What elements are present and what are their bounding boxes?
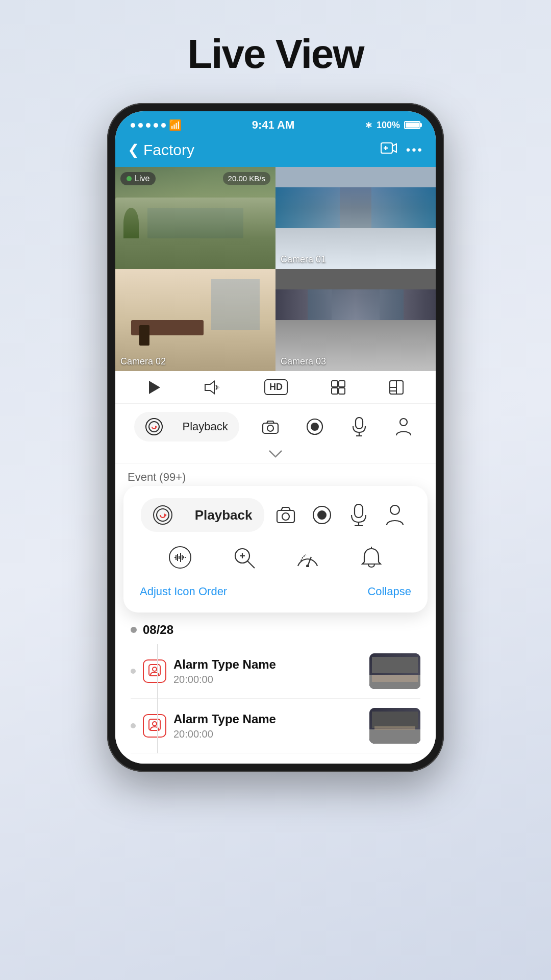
add-video-icon[interactable]: [381, 141, 397, 159]
svg-point-24: [400, 419, 407, 426]
svg-point-28: [282, 513, 289, 520]
controls-bar: HD: [115, 371, 436, 404]
app-header: ❮ Factory •••: [115, 137, 436, 167]
svg-point-25: [157, 509, 169, 521]
status-right: ∗ 100%: [365, 119, 420, 131]
speed-icon[interactable]: [292, 542, 323, 573]
page-title: Live View: [187, 31, 363, 78]
phone-shell: 📶 9:41 AM ∗ 100% ❮ Factory: [107, 103, 444, 772]
expanded-toolbar: Playback: [123, 486, 428, 612]
alarm-bell-icon[interactable]: [356, 542, 387, 573]
record-icon-exp[interactable]: [307, 500, 337, 530]
toolbar-row1: Playback: [138, 498, 413, 532]
event-items: Alarm Type Name 20:00:00: [131, 644, 420, 753]
action-row-phone: Playback: [115, 404, 436, 446]
event-name-1: Alarm Type Name: [173, 657, 276, 672]
audio-wave-icon[interactable]: [165, 542, 195, 573]
event-thumb-1[interactable]: [369, 653, 420, 689]
header-left[interactable]: ❮ Factory: [128, 141, 194, 159]
zoom-in-icon[interactable]: [229, 542, 259, 573]
microphone-icon-phone[interactable]: [346, 413, 372, 440]
playback-icon-expanded: [153, 505, 172, 525]
svg-point-30: [317, 510, 327, 520]
status-time: 9:41 AM: [252, 118, 295, 132]
camera-cell-0[interactable]: Live 20.00 KB/s: [115, 167, 276, 269]
svg-marker-4: [205, 381, 214, 394]
event-name-2: Alarm Type Name: [173, 712, 276, 726]
svg-rect-9: [332, 388, 338, 394]
event-list-section: 08/28: [115, 612, 436, 764]
microphone-icon-exp[interactable]: [343, 500, 374, 530]
svg-line-47: [247, 561, 255, 568]
svg-rect-8: [339, 381, 345, 387]
live-badge: Live: [120, 172, 156, 185]
svg-rect-10: [339, 388, 345, 394]
camera-label-1: Camera 01: [281, 254, 326, 265]
svg-rect-31: [355, 504, 363, 518]
record-icon-phone[interactable]: [302, 413, 328, 440]
alarm-icon-1: [143, 659, 166, 683]
event-thumb-2[interactable]: [369, 708, 420, 744]
svg-rect-7: [332, 381, 338, 387]
signal-indicators: 📶: [131, 119, 182, 131]
svg-rect-27: [277, 510, 294, 523]
collapse-link[interactable]: Collapse: [367, 585, 411, 598]
camera-label-2: Camera 02: [120, 356, 166, 367]
alarm-icon-2: [143, 714, 166, 738]
battery-icon: [404, 121, 420, 129]
event-item-2[interactable]: Alarm Type Name 20:00:00: [131, 699, 420, 753]
svg-point-18: [267, 425, 273, 431]
svg-point-48: [306, 565, 309, 567]
speaker-icon-exp[interactable]: [380, 500, 410, 530]
event-time-2: 20:00:00: [173, 728, 276, 740]
playback-icon-phone: [145, 418, 163, 435]
event-time-1: 20:00:00: [173, 674, 276, 685]
grid-icon[interactable]: [331, 380, 346, 395]
speed-badge: 20.00 KB/s: [223, 172, 270, 185]
camera-cell-2[interactable]: Camera 02: [115, 269, 276, 371]
header-title: Factory: [143, 141, 194, 159]
bluetooth-icon: ∗: [365, 119, 372, 131]
event-item[interactable]: Alarm Type Name 20:00:00: [131, 644, 420, 699]
camera-snapshot-icon-exp[interactable]: [270, 500, 301, 530]
layout-icon[interactable]: [389, 380, 404, 395]
back-icon[interactable]: ❮: [128, 141, 139, 158]
date-header: 08/28: [131, 612, 420, 644]
playback-button-phone[interactable]: Playback: [134, 412, 239, 442]
adjust-icon-order-link[interactable]: Adjust Icon Order: [140, 585, 227, 598]
camera-label-3: Camera 03: [281, 356, 326, 367]
camera-grid: Live 20.00 KB/s Camera 01: [115, 167, 436, 371]
volume-icon[interactable]: [204, 380, 221, 395]
svg-point-52: [153, 722, 157, 726]
camera-cell-3[interactable]: Camera 03: [276, 269, 436, 371]
svg-point-50: [153, 667, 157, 671]
chevron-down[interactable]: [115, 446, 436, 463]
camera-snapshot-icon-phone[interactable]: [257, 413, 284, 440]
toolbar-row2: [138, 542, 413, 573]
play-icon[interactable]: [147, 380, 161, 395]
svg-point-15: [149, 422, 159, 432]
svg-point-20: [311, 423, 319, 431]
camera-cell-1[interactable]: Camera 01: [276, 167, 436, 269]
status-bar: 📶 9:41 AM ∗ 100%: [115, 111, 436, 137]
battery-percent: 100%: [377, 120, 400, 131]
more-icon[interactable]: •••: [406, 143, 423, 157]
playback-button-expanded[interactable]: Playback: [141, 498, 265, 532]
svg-rect-21: [356, 418, 363, 429]
hd-label[interactable]: HD: [264, 379, 288, 395]
svg-point-34: [390, 505, 399, 514]
svg-marker-3: [149, 381, 160, 394]
header-right: •••: [381, 141, 423, 159]
toolbar-footer: Adjust Icon Order Collapse: [138, 585, 413, 598]
speaker-icon-phone[interactable]: [390, 413, 417, 440]
